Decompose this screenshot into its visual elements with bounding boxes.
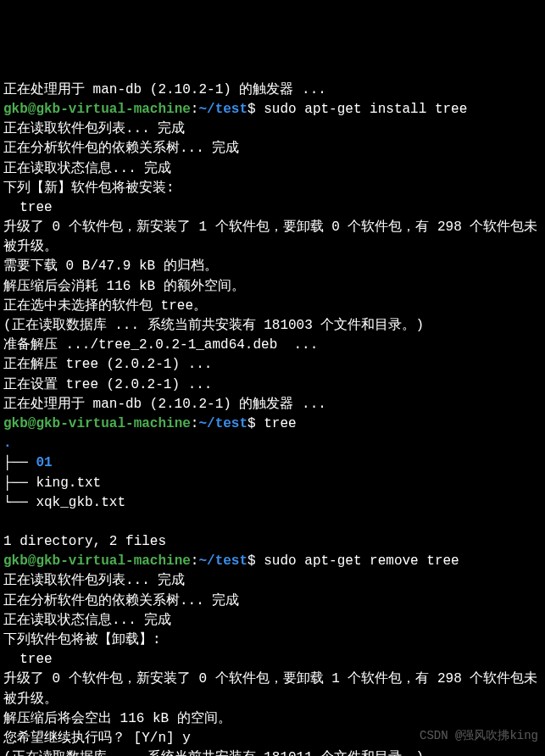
output-line: (正在读取数据库 ... 系统当前共安装有 181011 个文件和目录。) [3, 750, 424, 756]
tree-branch: └── xqk_gkb.txt [3, 495, 125, 510]
output-line: 正在处理用于 man-db (2.10.2-1) 的触发器 ... [3, 397, 326, 412]
output-line: 1 directory, 2 files [3, 534, 166, 549]
user-command: $ tree [247, 416, 297, 431]
output-line: 正在解压 tree (2.0.2-1) ... [3, 357, 212, 372]
output-line: 下列【新】软件包将被安装: [3, 181, 175, 196]
output-line: 需要下载 0 B/47.9 kB 的归档。 [3, 258, 218, 274]
prompt-user: gkb@gkb-virtual-machine [3, 102, 191, 117]
output-line: 解压缩后将会空出 116 kB 的空间。 [3, 711, 231, 726]
output-line: tree [3, 652, 53, 667]
prompt-path: ~/test [198, 102, 247, 117]
user-command: $ sudo apt-get remove tree [247, 553, 459, 569]
folder-icon: 01 [36, 455, 52, 470]
user-command: $ sudo apt-get install tree [247, 102, 467, 117]
output-line: (正在读取数据库 ... 系统当前共安装有 181003 个文件和目录。) [3, 318, 424, 333]
output-line: 正在处理用于 man-db (2.10.2-1) 的触发器 ... [3, 82, 326, 97]
output-line: 升级了 0 个软件包，新安装了 0 个软件包，要卸载 1 个软件包，有 298 … [3, 671, 537, 706]
output-line: 解压缩后会消耗 116 kB 的额外空间。 [3, 279, 245, 294]
prompt-path: ~/test [198, 553, 247, 569]
output-line: 正在设置 tree (2.0.2-1) ... [3, 377, 212, 392]
prompt-sep: : [191, 102, 199, 117]
output-line: 下列软件包将被【卸载】: [3, 632, 161, 648]
prompt-user: gkb@gkb-virtual-machine [3, 416, 191, 431]
prompt-line: gkb@gkb-virtual-machine:~/test$ sudo apt… [3, 553, 459, 569]
tree-root: . [3, 436, 12, 451]
output-line: 准备解压 .../tree_2.0.2-1_amd64.deb ... [3, 337, 318, 353]
prompt-sep: : [191, 416, 199, 431]
output-line: 正在选中未选择的软件包 tree。 [3, 298, 207, 314]
prompt-line: gkb@gkb-virtual-machine:~/test$ sudo apt… [3, 102, 467, 117]
tree-branch: ├── king.txt [3, 475, 101, 491]
tree-branch: ├── 01 [3, 455, 53, 470]
prompt-path: ~/test [198, 416, 247, 431]
output-line: 正在读取软件包列表... 完成 [3, 573, 185, 588]
output-line: 正在读取状态信息... 完成 [3, 161, 171, 176]
output-line: 升级了 0 个软件包，新安装了 1 个软件包，要卸载 0 个软件包，有 298 … [3, 220, 537, 254]
output-line: 正在读取状态信息... 完成 [3, 613, 171, 628]
terminal-output[interactable]: 正在处理用于 man-db (2.10.2-1) 的触发器 ... gkb@gk… [3, 81, 542, 756]
output-line: 您希望继续执行吗？ [Y/n] y [3, 731, 191, 746]
prompt-sep: : [191, 553, 199, 569]
output-line: 正在读取软件包列表... 完成 [3, 121, 185, 136]
prompt-line: gkb@gkb-virtual-machine:~/test$ tree [3, 416, 297, 431]
output-line: tree [3, 200, 53, 215]
output-line: 正在分析软件包的依赖关系树... 完成 [3, 593, 239, 609]
output-line: 正在分析软件包的依赖关系树... 完成 [3, 141, 239, 156]
prompt-user: gkb@gkb-virtual-machine [3, 553, 191, 569]
